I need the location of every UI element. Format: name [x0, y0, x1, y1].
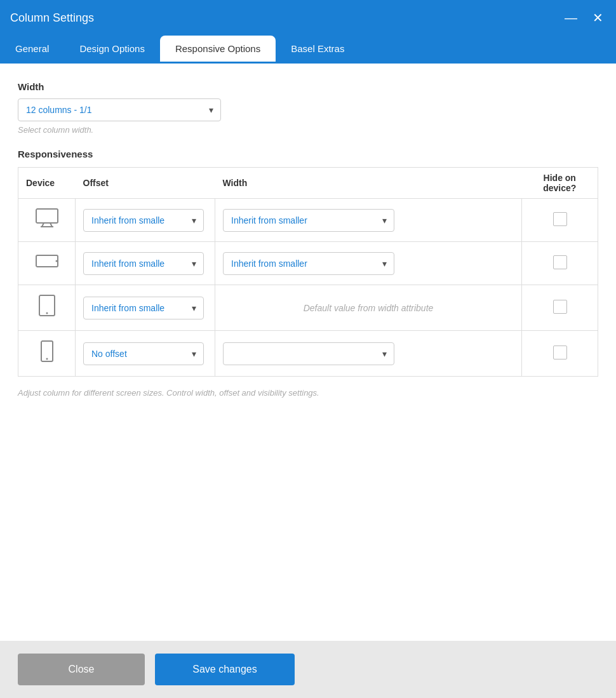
width-cell-1: Inherit from smaller 1 column - 1/12 12 … — [215, 242, 522, 285]
width-select-3[interactable]: Inherit from smaller 1 column - 1/12 12 … — [223, 342, 394, 365]
width-select-container: 12 columns - 1/1 1 column - 1/12 2 colum… — [18, 98, 598, 121]
default-value-text: Default value from width attribute — [223, 303, 514, 313]
device-cell-tablet-portrait — [18, 285, 76, 331]
title-bar: Column Settings — ✕ — [0, 0, 616, 36]
width-select-wrapper: 12 columns - 1/1 1 column - 1/12 2 colum… — [18, 98, 221, 121]
responsiveness-table: Device Offset Width Hide on device? — [18, 167, 598, 377]
title-bar-controls: — ✕ — [562, 10, 606, 25]
width-cell-0: Inherit from smaller 1 column - 1/12 12 … — [215, 199, 522, 242]
offset-select-wrapper-1: Inherit from smalle No offset 1 column — [83, 252, 204, 275]
device-cell-desktop — [18, 199, 76, 242]
dialog-title: Column Settings — [10, 11, 94, 25]
device-cell-mobile — [18, 331, 76, 377]
save-button[interactable]: Save changes — [155, 654, 295, 685]
desktop-icon — [35, 212, 59, 232]
offset-select-1[interactable]: Inherit from smalle No offset 1 column — [83, 252, 204, 275]
offset-select-wrapper-2: Inherit from smalle No offset 1 column — [83, 297, 204, 319]
tab-design-options[interactable]: Design Options — [64, 36, 160, 62]
tab-basel-extras[interactable]: Basel Extras — [276, 36, 359, 62]
table-row: Inherit from smalle No offset 1 column I… — [18, 242, 598, 285]
svg-rect-4 — [36, 255, 58, 267]
responsiveness-title: Responsiveness — [18, 149, 598, 159]
width-select-0[interactable]: Inherit from smaller 1 column - 1/12 12 … — [223, 209, 394, 232]
offset-cell-1: Inherit from smalle No offset 1 column — [76, 242, 215, 285]
tablet-landscape-icon — [35, 255, 59, 275]
main-content: Width 12 columns - 1/1 1 column - 1/12 2… — [0, 64, 616, 410]
hide-checkbox-3[interactable] — [553, 346, 567, 359]
col-header-width: Width — [215, 168, 522, 199]
col-header-device: Device — [18, 168, 76, 199]
offset-cell-0: Inherit from smalle No offset 1 column — [76, 199, 215, 242]
width-select-wrapper-0: Inherit from smaller 1 column - 1/12 12 … — [223, 209, 394, 232]
width-select-wrapper-3: Inherit from smaller 1 column - 1/12 12 … — [223, 342, 394, 365]
hide-cell-0 — [522, 199, 598, 242]
close-window-button[interactable]: ✕ — [590, 10, 606, 25]
hide-checkbox-1[interactable] — [553, 255, 567, 269]
col-header-hide: Hide on device? — [522, 168, 598, 199]
tab-responsive-options[interactable]: Responsive Options — [160, 36, 276, 62]
width-select-1[interactable]: Inherit from smaller 1 column - 1/12 12 … — [223, 252, 394, 275]
width-cell-2-default: Default value from width attribute — [215, 285, 522, 331]
device-cell-tablet-landscape — [18, 242, 76, 285]
offset-select-wrapper-0: Inherit from smalle No offset 1 column — [83, 209, 204, 232]
tablet-portrait-icon — [38, 301, 56, 321]
hide-cell-2 — [522, 285, 598, 331]
offset-select-3[interactable]: No offset Inherit from smaller 1 column — [83, 342, 204, 365]
bottom-bar: Close Save changes — [0, 641, 616, 698]
hide-cell-1 — [522, 242, 598, 285]
table-row: Inherit from smalle No offset 1 column I… — [18, 199, 598, 242]
minimize-button[interactable]: — — [562, 10, 580, 25]
tab-bar: General Design Options Responsive Option… — [0, 36, 616, 64]
hide-checkbox-0[interactable] — [553, 212, 567, 226]
svg-rect-0 — [36, 209, 58, 223]
table-row: Inherit from smalle No offset 1 column D… — [18, 285, 598, 331]
width-select[interactable]: 12 columns - 1/1 1 column - 1/12 2 colum… — [18, 98, 221, 121]
footer-hint: Adjust column for different screen sizes… — [18, 388, 598, 398]
offset-cell-2: Inherit from smalle No offset 1 column — [76, 285, 215, 331]
width-hint: Select column width. — [18, 125, 598, 135]
offset-cell-3: No offset Inherit from smaller 1 column — [76, 331, 215, 377]
width-select-wrapper-1: Inherit from smaller 1 column - 1/12 12 … — [223, 252, 394, 275]
width-cell-3: Inherit from smaller 1 column - 1/12 12 … — [215, 331, 522, 377]
svg-point-7 — [46, 312, 48, 314]
hide-cell-3 — [522, 331, 598, 377]
svg-point-5 — [55, 260, 57, 262]
tab-general[interactable]: General — [0, 36, 64, 62]
svg-point-9 — [46, 358, 48, 360]
close-button[interactable]: Close — [18, 654, 145, 685]
hide-checkbox-2[interactable] — [553, 300, 567, 314]
width-section-title: Width — [18, 81, 598, 92]
mobile-icon — [40, 347, 54, 366]
offset-select-0[interactable]: Inherit from smalle No offset 1 column — [83, 209, 204, 232]
table-row: No offset Inherit from smaller 1 column … — [18, 331, 598, 377]
col-header-offset: Offset — [76, 168, 215, 199]
offset-select-wrapper-3: No offset Inherit from smaller 1 column — [83, 342, 204, 365]
offset-select-2[interactable]: Inherit from smalle No offset 1 column — [83, 297, 204, 319]
